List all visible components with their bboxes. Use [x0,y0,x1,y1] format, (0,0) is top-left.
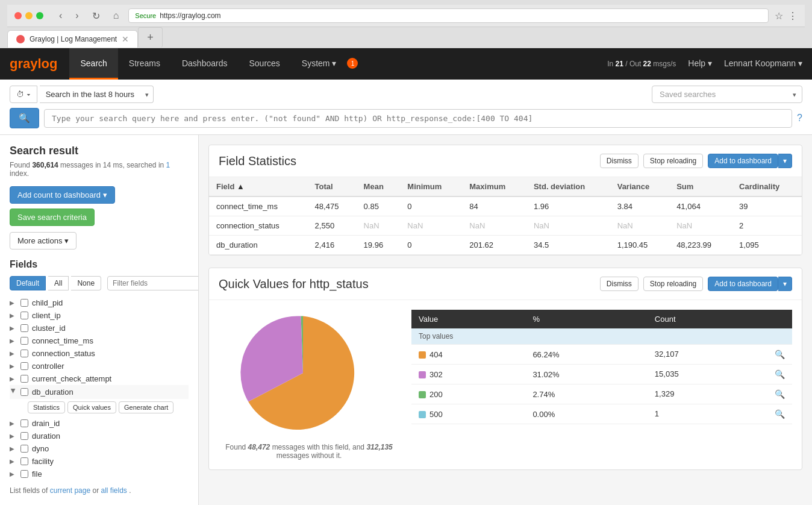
save-criteria-btn[interactable]: Save search criteria [10,209,95,226]
expand-arrow[interactable]: ▶ [10,445,17,452]
forward-btn[interactable]: › [72,9,82,22]
qv-add-dashboard-btn[interactable]: Add to dashboard [708,277,778,291]
time-mode-btn[interactable]: ⏱ ▾ [10,86,37,103]
field-checkbox[interactable] [20,337,28,345]
expand-arrow[interactable]: ▶ [10,363,17,369]
tl-yellow[interactable] [25,12,33,19]
field-checkbox[interactable] [20,362,28,370]
expand-arrow[interactable]: ▶ [10,350,17,357]
expand-arrow[interactable]: ▶ [10,337,17,344]
field-name-db-duration[interactable]: db_duration [32,387,73,397]
list-item: ▶ file [10,468,189,480]
search-help-icon[interactable]: ? [797,113,802,124]
nav-sources[interactable]: Sources [238,48,290,80]
qv-add-dashboard-dropdown[interactable]: ▾ [778,277,792,291]
field-name[interactable]: child_pid [32,298,63,307]
field-name[interactable]: connection_status [32,349,95,358]
all-fields-link[interactable]: all fields [101,486,126,495]
tl-red[interactable] [14,12,22,19]
menu-icon[interactable]: ⋮ [788,10,798,22]
search-button[interactable]: 🔍 [10,108,39,128]
field-name-facility[interactable]: facility [32,457,54,466]
field-name[interactable]: connect_time_ms [32,336,93,345]
field-checkbox[interactable] [20,432,28,440]
time-select[interactable]: Search in the last 8 hours [40,86,154,103]
field-checkbox[interactable] [20,445,28,453]
tab-close[interactable]: ✕ [122,34,129,44]
more-actions-row: More actions ▾ [10,232,189,249]
saved-searches-select[interactable]: Saved searches [652,86,802,103]
field-checkbox[interactable] [20,312,28,319]
qv-dismiss-btn[interactable]: Dismiss [600,277,639,291]
tl-green[interactable] [36,12,43,19]
back-btn[interactable]: ‹ [55,9,66,22]
field-name[interactable]: client_ip [32,311,61,320]
field-checkbox[interactable] [20,419,28,427]
home-btn[interactable]: ⌂ [110,9,123,22]
field-name[interactable]: file [32,469,42,478]
add-dashboard-btn[interactable]: Add to dashboard [708,154,778,168]
table-row: 302 31.02% 15,035 🔍 [411,365,792,384]
field-name[interactable]: drain_id [32,419,60,428]
fields-filter-input[interactable] [107,276,199,290]
reload-btn[interactable]: ↻ [89,9,104,23]
field-name[interactable]: dyno [32,444,49,453]
field-checkbox[interactable] [20,470,28,478]
nav-system[interactable]: System ▾ [291,48,348,80]
quick-values-btn[interactable]: Quick values [67,401,116,413]
fields-btn-default[interactable]: Default [10,276,46,290]
field-checkbox[interactable] [20,375,28,383]
qv-search-btn[interactable]: 🔍 [775,389,785,399]
nav-user[interactable]: Lennart Koopmann ▾ [724,58,802,70]
browser-tab-active[interactable]: Graylog | Log Management ✕ [7,30,138,48]
nav-search[interactable]: Search [69,48,117,80]
search-input[interactable] [44,109,792,128]
qv-search-btn[interactable]: 🔍 [775,409,785,419]
qv-search-btn[interactable]: 🔍 [775,369,785,379]
field-checkbox[interactable] [20,457,28,465]
qv-col-pct: % [525,310,647,328]
btn-group-row: Add count to dashboard ▾ Save search cri… [10,186,189,226]
qv-stop-reloading-btn[interactable]: Stop reloading [643,277,703,291]
nav-streams[interactable]: Streams [118,48,171,80]
url-bar[interactable]: Secure https://graylog.com [128,8,769,23]
nav-help[interactable]: Help ▾ [688,58,712,70]
fields-btn-all[interactable]: All [48,276,69,290]
expand-arrow[interactable]: ▶ [10,471,17,477]
expand-arrow[interactable]: ▶ [10,420,17,427]
field-checkbox[interactable] [20,324,28,332]
expand-arrow[interactable]: ▶ [10,300,17,306]
col-sum: Sum [669,177,732,196]
expand-arrow[interactable]: ▶ [10,325,17,331]
add-count-btn[interactable]: Add count to dashboard ▾ [10,186,115,204]
field-name[interactable]: duration [32,431,60,441]
expand-arrow[interactable]: ▶ [10,433,17,439]
field-name[interactable]: cluster_id [32,324,66,333]
browser-tab-new[interactable]: + [138,27,163,48]
notification-badge[interactable]: 1 [347,58,358,69]
dismiss-btn[interactable]: Dismiss [600,154,639,168]
field-name[interactable]: current_check_attempt [32,374,111,383]
bookmark-icon[interactable]: ☆ [775,10,783,22]
nav-dashboards[interactable]: Dashboards [171,48,239,80]
field-checkbox[interactable] [20,350,28,357]
field-checkbox[interactable] [20,299,28,307]
generate-chart-btn[interactable]: Generate chart [119,401,173,413]
qv-search-btn[interactable]: 🔍 [775,350,785,359]
index-link[interactable]: 1 [166,161,170,169]
statistics-btn[interactable]: Statistics [28,401,65,413]
expand-arrow[interactable]: ▶ [10,375,17,382]
field-checkbox[interactable] [20,388,28,396]
stop-reloading-btn[interactable]: Stop reloading [643,154,703,168]
field-name[interactable]: controller [32,362,64,371]
quick-values-header: Quick Values for http_status Dismiss Sto… [209,268,802,300]
current-page-link[interactable]: current page [50,486,90,495]
expand-arrow[interactable]: ▶ [10,389,17,396]
more-actions-btn[interactable]: More actions ▾ [10,232,77,249]
add-dashboard-dropdown[interactable]: ▾ [778,154,792,168]
fields-btn-none[interactable]: None [71,276,101,290]
expand-arrow[interactable]: ▶ [10,458,17,465]
time-select-wrap: Search in the last 8 hours [40,86,154,103]
traffic-lights [14,12,43,19]
expand-arrow[interactable]: ▶ [10,312,17,319]
